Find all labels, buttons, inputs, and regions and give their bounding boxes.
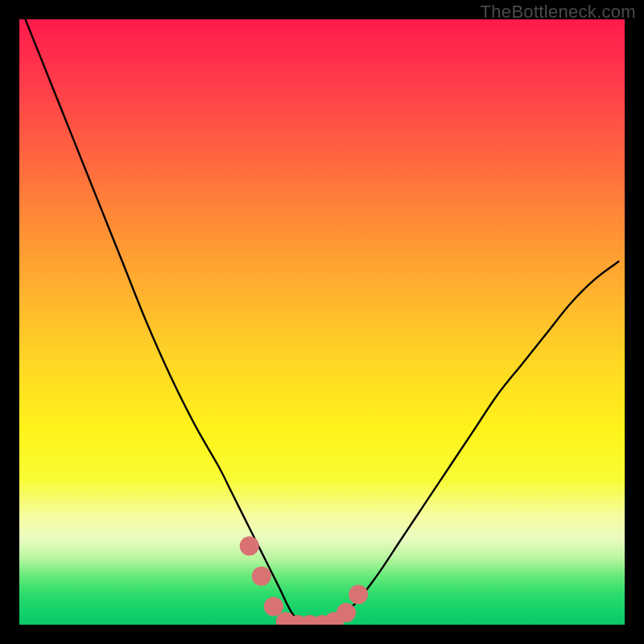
valley-marker (264, 597, 283, 616)
valley-marker (252, 567, 271, 586)
plot-area (19, 19, 625, 625)
valley-marker (336, 603, 356, 622)
markers-svg (19, 19, 625, 625)
valley-marker-group (240, 536, 368, 625)
valley-marker (349, 584, 368, 604)
valley-marker (240, 536, 259, 555)
chart-frame: TheBottleneck.com (0, 0, 644, 644)
